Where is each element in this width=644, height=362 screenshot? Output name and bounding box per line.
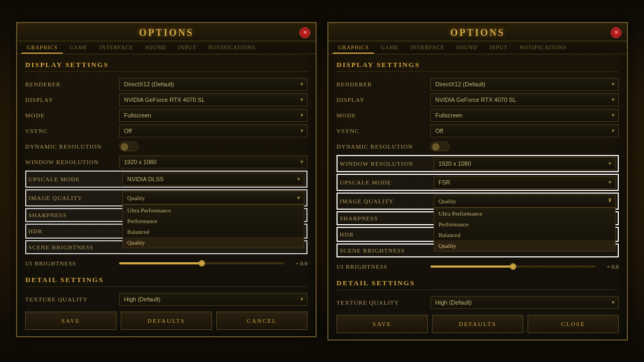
right-ui-brightness-row: UI Brightness + 0.0: [336, 260, 619, 274]
left-dynres-toggle[interactable]: [119, 142, 138, 151]
right-tab-input[interactable]: Input: [484, 42, 513, 54]
right-winres-row: Window Resolution 1920 x 1080: [336, 155, 619, 172]
left-iq-option-performance[interactable]: Performance: [123, 216, 304, 226]
right-panel: Options ✕ Graphics Game Interface Sound …: [327, 22, 628, 341]
right-iq-dropdown-display[interactable]: Quality: [434, 195, 616, 208]
right-iq-option-quality[interactable]: Quality: [434, 240, 615, 251]
left-mode-dropdown-wrapper: Fullscreen: [119, 109, 308, 122]
right-tab-sound[interactable]: Sound: [451, 42, 482, 54]
right-tab-interface[interactable]: Interface: [405, 42, 450, 54]
left-save-button[interactable]: SAVE: [25, 312, 116, 330]
left-upscale-dropdown-wrapper: NVIDIA DLSS: [122, 173, 304, 186]
right-upscale-wrapper: FSR: [434, 176, 616, 189]
left-display-control: NVIDIA GeForce RTX 4070 SL: [119, 93, 308, 106]
left-upscale-dropdown[interactable]: NVIDIA DLSS: [122, 173, 304, 186]
left-texture-quality-row: Texture Quality High (Default): [25, 292, 308, 306]
left-vsync-label: VSync: [25, 128, 119, 134]
right-upscale-mode-control: FSR: [434, 176, 616, 189]
left-renderer-dropdown[interactable]: DirectX12 (Default): [119, 78, 308, 91]
left-scene-brightness-label: Scene Brightness: [28, 244, 122, 250]
right-display-row: Display NVIDIA GeForce RTX 4070 SL: [336, 93, 619, 107]
left-upscale-mode-row: Upscale Mode NVIDIA DLSS: [25, 171, 308, 188]
right-mode-label: Mode: [336, 112, 430, 119]
left-renderer-label: Renderer: [25, 81, 119, 87]
left-mode-row: Mode Fullscreen: [25, 108, 308, 122]
right-mode-dropdown[interactable]: Fullscreen: [430, 109, 619, 122]
left-sharpness-label: Sharpness: [28, 212, 122, 218]
left-buttons-row: SAVE DEFAULTS CANCEL: [25, 312, 308, 330]
right-ui-brightness-slider[interactable]: [430, 265, 596, 268]
left-texture-quality-label: Texture Quality: [25, 296, 119, 302]
left-tab-input[interactable]: Input: [173, 42, 202, 54]
right-tab-graphics[interactable]: Graphics: [333, 42, 374, 54]
right-vsync-label: VSync: [336, 128, 430, 134]
left-defaults-button[interactable]: DEFAULTS: [121, 312, 212, 330]
right-upscale-mode-label: Upscale Mode: [340, 179, 434, 186]
left-cancel-button[interactable]: CANCEL: [216, 312, 308, 330]
left-display-dropdown[interactable]: NVIDIA GeForce RTX 4070 SL: [119, 93, 308, 106]
left-panel-title: Options: [139, 27, 194, 38]
left-panel-body: Display Settings Renderer DirectX12 (Def…: [17, 54, 316, 336]
left-detail-title: Detail Settings: [25, 276, 308, 287]
left-winres-dropdown-wrapper: 1920 x 1080: [119, 156, 308, 168]
right-defaults-button[interactable]: DEFAULTS: [432, 315, 523, 333]
right-tq-dropdown[interactable]: High (Default): [430, 296, 619, 309]
left-dynres-label: Dynamic Resolution: [25, 143, 119, 150]
left-renderer-dropdown-wrapper: DirectX12 (Default): [119, 78, 308, 91]
right-dynres-control: [430, 142, 619, 151]
right-renderer-dropdown[interactable]: DirectX12 (Default): [430, 78, 619, 91]
left-iq-option-ultra[interactable]: Ultra Performance: [123, 205, 304, 216]
left-vsync-dropdown[interactable]: Off: [119, 124, 308, 137]
right-iq-option-balanced[interactable]: Balanced: [434, 230, 615, 240]
left-tab-notifications[interactable]: Notifications: [203, 42, 261, 54]
left-texture-quality-control: High (Default): [119, 293, 308, 306]
right-image-quality-label: Image Quality: [340, 198, 434, 204]
left-tab-graphics[interactable]: Graphics: [21, 42, 63, 54]
left-winres-control: 1920 x 1080: [119, 156, 308, 168]
right-save-button[interactable]: SAVE: [336, 315, 428, 333]
right-ui-brightness-value: + 0.0: [600, 263, 619, 270]
right-close-button[interactable]: ✕: [611, 27, 621, 38]
right-upscale-dropdown[interactable]: FSR: [434, 176, 616, 189]
right-vsync-row: VSync Off: [336, 124, 619, 138]
right-tab-notifications[interactable]: Notifications: [514, 42, 572, 54]
right-vsync-dropdown[interactable]: Off: [430, 124, 619, 137]
right-close-btn[interactable]: CLOSE: [528, 315, 619, 333]
right-iq-wrapper: Quality ▼: [434, 195, 616, 208]
left-tab-interface[interactable]: Interface: [94, 42, 138, 54]
left-close-button[interactable]: ✕: [299, 27, 310, 38]
left-winres-dropdown[interactable]: 1920 x 1080: [119, 156, 308, 168]
left-ui-brightness-label: UI Brightness: [25, 260, 119, 267]
left-iq-dropdown-wrapper: Quality ▼: [122, 191, 304, 204]
right-winres-control: 1920 x 1080: [434, 157, 616, 170]
left-dynres-knob: [121, 143, 128, 151]
right-winres-dropdown[interactable]: 1920 x 1080: [434, 157, 616, 170]
left-iq-option-balanced[interactable]: Balanced: [123, 226, 304, 237]
right-mode-control: Fullscreen: [430, 109, 619, 122]
left-mode-control: Fullscreen: [119, 109, 308, 122]
right-texture-quality-row: Texture Quality High (Default): [336, 295, 619, 309]
left-tab-sound[interactable]: Sound: [140, 42, 171, 54]
left-tab-game[interactable]: Game: [64, 42, 92, 54]
left-upscale-mode-label: Upscale Mode: [28, 176, 122, 182]
left-tq-dropdown[interactable]: High (Default): [119, 293, 308, 306]
left-renderer-row: Renderer DirectX12 (Default): [25, 77, 308, 91]
right-upscale-mode-row: Upscale Mode FSR: [336, 174, 619, 191]
left-display-label: Display: [25, 97, 119, 103]
right-iq-option-ultra[interactable]: Ultra Performance: [434, 208, 615, 219]
left-iq-dropdown-menu: Ultra Performance Performance Balanced Q…: [122, 204, 304, 248]
right-iq-option-performance[interactable]: Performance: [434, 219, 615, 230]
right-tab-game[interactable]: Game: [375, 42, 404, 54]
right-dynres-knob: [432, 143, 440, 151]
right-dynres-toggle[interactable]: [430, 142, 450, 151]
left-iq-dropdown-display[interactable]: Quality: [122, 191, 304, 204]
left-ui-brightness-thumb: [199, 260, 205, 267]
right-texture-quality-label: Texture Quality: [336, 299, 430, 306]
left-mode-dropdown[interactable]: Fullscreen: [119, 109, 308, 122]
right-tabs: Graphics Game Interface Sound Input Noti…: [328, 41, 627, 54]
left-ui-brightness-slider[interactable]: [119, 262, 284, 264]
left-iq-option-quality[interactable]: Quality: [123, 237, 304, 248]
right-display-dropdown[interactable]: NVIDIA GeForce RTX 4070 SL: [430, 93, 619, 106]
right-renderer-label: Renderer: [336, 81, 430, 87]
right-winres-label: Window Resolution: [340, 160, 434, 167]
